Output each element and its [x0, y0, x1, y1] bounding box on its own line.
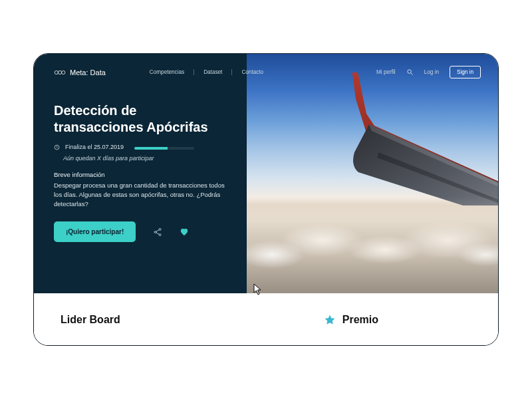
tab-premio[interactable]: Premio — [324, 314, 378, 326]
app-window: Meta: Data Competencias Dataset Contacto… — [33, 53, 499, 346]
nav-secondary: Mi perfil Log in Sign in — [376, 66, 481, 78]
tab-leaderboard-label: Lider Board — [61, 314, 120, 326]
nav-dataset[interactable]: Dataset — [194, 69, 231, 75]
deadline-text: Finaliza el 25.07.2019 — [65, 144, 124, 150]
star-icon — [324, 314, 336, 326]
cta-row: ¡Quiero participar! — [54, 221, 227, 242]
brand-logo[interactable]: Meta: Data — [54, 68, 106, 76]
clouds-illustration — [247, 197, 498, 293]
deadline-row: Finaliza el 25.07.2019 — [54, 144, 124, 150]
nav-competencias[interactable]: Competencias — [140, 69, 194, 75]
progress-fill — [134, 147, 168, 150]
svg-point-5 — [154, 231, 156, 233]
hero-left-panel: Meta: Data Competencias Dataset Contacto… — [34, 54, 247, 293]
description-text: Despegar procesa una gran cantidad de tr… — [54, 181, 227, 208]
deadline-progress-row: Finaliza el 25.07.2019 — [54, 144, 227, 153]
heart-icon[interactable] — [180, 227, 189, 237]
svg-point-6 — [159, 228, 161, 230]
svg-point-7 — [159, 233, 161, 235]
svg-point-3 — [407, 70, 411, 74]
login-link[interactable]: Log in — [424, 69, 439, 75]
tab-leaderboard[interactable]: Lider Board — [61, 314, 120, 326]
clock-icon — [54, 144, 60, 150]
top-nav: Meta: Data Competencias Dataset Contacto… — [34, 66, 499, 95]
info-label: Breve información — [54, 171, 227, 178]
nav-miperfil[interactable]: Mi perfil — [376, 69, 396, 75]
progress-bar — [134, 147, 194, 150]
participate-button[interactable]: ¡Quiero participar! — [54, 221, 136, 242]
tab-premio-label: Premio — [342, 314, 378, 326]
lower-tabs: Lider Board Premio — [34, 293, 498, 346]
hero-section: Meta: Data Competencias Dataset Contacto… — [34, 54, 498, 293]
svg-point-0 — [55, 70, 58, 74]
nav-contacto[interactable]: Contacto — [232, 69, 273, 75]
page-title: Detección de transacciones Apócrifas — [54, 102, 227, 136]
nav-primary: Competencias Dataset Contacto — [140, 69, 273, 75]
remaining-text: Aún quedan X días para participar — [63, 155, 227, 162]
search-icon[interactable] — [406, 68, 414, 76]
svg-point-1 — [58, 70, 61, 74]
signin-button[interactable]: Sign in — [450, 66, 481, 78]
svg-point-2 — [62, 70, 65, 74]
share-icon[interactable] — [153, 227, 162, 237]
brand-name: Meta: Data — [70, 68, 106, 76]
logo-icon — [54, 68, 66, 76]
